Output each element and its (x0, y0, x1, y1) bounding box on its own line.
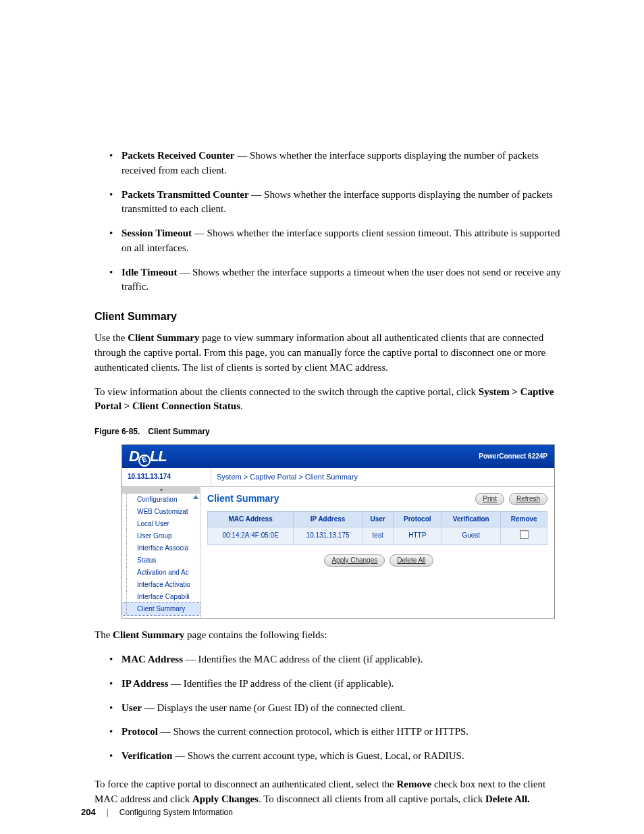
nav-item-client-summary[interactable]: Client Summary (122, 603, 200, 615)
remove-checkbox[interactable] (520, 530, 529, 539)
nav-item-status[interactable]: Status (122, 554, 200, 567)
scroll-up-icon[interactable]: ▾ (122, 487, 200, 494)
bullet-desc: — Displays the user name (or Guest ID) o… (142, 702, 405, 713)
bullet-term: Packets Received Counter (122, 150, 234, 161)
nav-tree[interactable]: ▾ Configuration WEB Customizat Local Use… (122, 487, 200, 618)
table-row: 00:14:2A:4F:05:0E 10.131.13.175 test HTT… (208, 527, 547, 544)
panel-title: Client Summary (207, 492, 279, 506)
bullet-term: User (122, 702, 142, 713)
refresh-button[interactable]: Refresh (509, 493, 547, 505)
col-verification: Verification (441, 511, 501, 527)
page-number: 204 (81, 806, 96, 818)
paragraph-2: To view information about the clients co… (95, 385, 566, 415)
dell-logo: DELL (129, 446, 167, 467)
nav-item-user-group[interactable]: User Group (122, 530, 200, 542)
top-bullet-list: Packets Received Counter — Shows whether… (95, 149, 566, 294)
nav-item-interface-assoc[interactable]: Interface Associa (122, 542, 200, 554)
page-footer: 204 | Configuring System Information (81, 806, 233, 818)
shot-header: DELL PowerConnect 6224P (122, 445, 554, 468)
shot-subheader: 10.131.13.174 System > Captive Portal > … (122, 468, 554, 487)
bullet-item: Idle Timeout — Shows whether the interfa… (122, 265, 566, 295)
cell-mac: 00:14:2A:4F:05:0E (208, 527, 294, 544)
section-heading: Client Summary (95, 309, 566, 324)
cell-ver: Guest (441, 527, 501, 544)
nav-item-iface-activation[interactable]: Interface Activatio (122, 579, 200, 591)
nav-item-activation[interactable]: Activation and Ac (122, 567, 200, 579)
breadcrumb: System > Captive Portal > Client Summary (211, 468, 554, 486)
cell-ip: 10.131.13.175 (294, 527, 363, 544)
bullet-item: Protocol — Shows the current connection … (122, 725, 566, 739)
footer-separator: | (107, 807, 109, 818)
bullet-desc: — Shows the current account type, which … (172, 750, 464, 761)
print-button[interactable]: Print (475, 493, 504, 505)
screenshot: DELL PowerConnect 6224P 10.131.13.174 Sy… (122, 444, 555, 619)
delete-all-button[interactable]: Delete All (390, 554, 433, 567)
nav-item-iface-capability[interactable]: Interface Capabili (122, 591, 200, 603)
bullet-desc: — Identifies the IP address of the clien… (168, 678, 394, 689)
bullet-term: MAC Address (122, 654, 183, 664)
apply-changes-button[interactable]: Apply Changes (324, 554, 385, 567)
bullet-item: Session Timeout — Shows whether the inte… (122, 226, 566, 256)
nav-item-configuration[interactable]: Configuration (122, 494, 200, 506)
bullet-item: User — Displays the user name (or Guest … (122, 701, 566, 716)
col-user: User (362, 511, 394, 527)
bottom-bullet-list: MAC Address — Identifies the MAC address… (95, 652, 566, 764)
paragraph-4: To force the captive portal to disconnec… (95, 777, 566, 807)
bullet-desc: — Shows the current connection protocol,… (158, 726, 468, 737)
bullet-term: Idle Timeout (122, 267, 177, 278)
cell-proto: HTTP (394, 527, 441, 544)
bullet-term: Packets Transmitted Counter (122, 189, 249, 200)
bullet-term: Protocol (122, 726, 158, 737)
figure-caption: Figure 6-85.Client Summary (95, 426, 566, 438)
bullet-desc: — Shows whether the interface supports a… (122, 267, 561, 292)
shot-main: Client Summary Print Refresh MAC Address… (200, 487, 554, 618)
bullet-item: Packets Received Counter — Shows whether… (122, 149, 566, 178)
nav-item-web-customizat[interactable]: WEB Customizat (122, 506, 200, 518)
nav-item-local-user[interactable]: Local User (122, 518, 200, 530)
bullet-term: IP Address (122, 678, 168, 689)
client-table: MAC Address IP Address User Protocol Ver… (207, 511, 547, 545)
col-remove: Remove (501, 511, 547, 527)
bullet-desc: — Identifies the MAC address of the clie… (183, 654, 423, 664)
chapter-title: Configuring System Information (119, 807, 233, 818)
paragraph-1: Use the Client Summary page to view summ… (95, 331, 566, 375)
device-ip: 10.131.13.174 (122, 468, 211, 486)
bullet-item: IP Address — Identifies the IP address o… (122, 677, 566, 692)
cell-remove (501, 527, 547, 544)
bullet-item: MAC Address — Identifies the MAC address… (122, 652, 566, 667)
paragraph-3: The Client Summary page contains the fol… (95, 628, 566, 643)
col-protocol: Protocol (394, 511, 441, 527)
col-ip: IP Address (294, 511, 363, 527)
bullet-item: Verification — Shows the current account… (122, 749, 566, 764)
device-model: PowerConnect 6224P (479, 452, 547, 461)
bullet-item: Packets Transmitted Counter — Shows whet… (122, 188, 566, 217)
col-mac: MAC Address (208, 511, 294, 527)
cell-user: test (362, 527, 394, 544)
bullet-term: Session Timeout (122, 228, 192, 238)
bullet-term: Verification (122, 750, 172, 761)
